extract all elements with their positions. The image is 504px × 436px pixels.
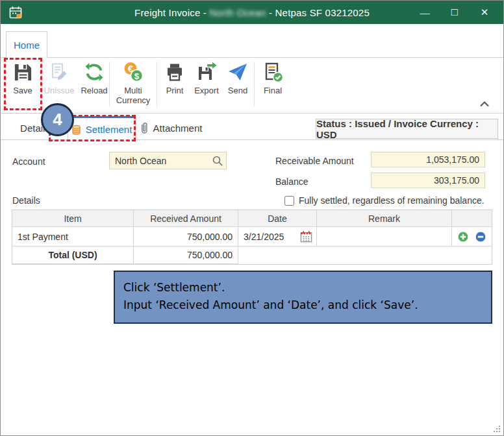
remark-cell[interactable]	[317, 227, 452, 247]
export-icon	[196, 60, 217, 84]
ribbon-separator	[157, 62, 157, 107]
receivable-amount-label: Receivable Amount	[275, 156, 354, 166]
minimize-button[interactable]: —	[410, 1, 440, 24]
maximize-button[interactable]: □	[440, 1, 470, 24]
instruction-annotation: Click ‘Settlement’. Input ‘Received Amou…	[114, 271, 492, 324]
details-section-label: Details	[12, 195, 40, 206]
column-header-item: Item	[12, 210, 134, 227]
column-header-actions	[452, 210, 492, 227]
table-total-row: Total (USD) 750,000.00	[12, 247, 492, 264]
total-empty-cell	[238, 247, 492, 264]
print-icon	[164, 60, 185, 84]
search-icon[interactable]	[212, 155, 223, 167]
item-cell[interactable]: 1st Payment	[12, 227, 134, 247]
balance-input[interactable]	[372, 173, 485, 188]
total-label-cell: Total (USD)	[12, 247, 134, 264]
remove-row-icon[interactable]	[475, 231, 486, 243]
resize-grip[interactable]	[492, 424, 501, 433]
print-button[interactable]: Print	[159, 60, 190, 111]
date-cell[interactable]: 3/21/2025	[238, 227, 317, 247]
receivable-amount-input[interactable]	[372, 152, 485, 167]
multi-currency-button[interactable]: € $ Multi Currency	[112, 60, 155, 111]
add-row-icon[interactable]	[457, 231, 469, 243]
step-number-badge: 4	[41, 103, 74, 136]
settlement-table: Item Received Amount Date Remark 1st Pay…	[12, 210, 492, 265]
tab-attachment[interactable]: Attachment	[137, 116, 203, 139]
total-value-cell: 750,000.00	[134, 247, 238, 264]
account-field	[109, 152, 227, 169]
balance-label: Balance	[275, 176, 309, 187]
paperclip-icon	[138, 121, 149, 135]
ribbon-separator	[254, 62, 255, 107]
account-label: Account	[12, 156, 45, 167]
column-header-received-amount: Received Amount	[134, 210, 238, 227]
ribbon: Save Unissue Reload	[1, 57, 503, 114]
ribbon-tab-home[interactable]: Home	[6, 31, 47, 58]
fully-settled-checkbox[interactable]	[284, 196, 294, 206]
final-icon	[262, 60, 284, 84]
table-header-row: Item Received Amount Date Remark	[12, 210, 492, 227]
freight-invoice-window: Freight Invoice - North Ocean - Netpas S…	[0, 0, 504, 436]
final-button[interactable]: Final	[257, 60, 289, 111]
tab-settlement[interactable]: Settlement	[68, 116, 136, 141]
fully-settled-label: Fully settled, regardless of remaining b…	[299, 195, 485, 206]
status-badge: Status : Issued / Invoice Currency : USD	[316, 119, 498, 139]
annotation-line-2: Input ‘Received Amount’ and ‘Date’, and …	[123, 297, 491, 314]
balance-field	[371, 173, 485, 188]
collapse-ribbon-chevron-icon[interactable]	[479, 99, 492, 110]
reload-icon	[84, 60, 105, 84]
table-row: 1st Payment 750,000.00 3/21/2025	[12, 227, 492, 247]
column-header-remark: Remark	[317, 210, 452, 227]
annotation-line-1: Click ‘Settlement’.	[123, 279, 491, 297]
receivable-amount-field	[371, 152, 485, 167]
redacted-account-name: North Ocean	[209, 7, 266, 18]
send-icon	[227, 60, 248, 84]
multi-currency-icon: € $	[123, 60, 144, 84]
column-header-date: Date	[238, 210, 317, 227]
close-button[interactable]: ✕	[470, 1, 499, 24]
export-button[interactable]: Export	[190, 60, 223, 111]
title-bar: Freight Invoice - North Ocean - Netpas S…	[1, 1, 503, 24]
calendar-picker-icon[interactable]	[299, 230, 313, 243]
save-button[interactable]: Save	[6, 60, 40, 111]
reload-button[interactable]: Reload	[77, 60, 111, 111]
account-input[interactable]	[110, 152, 226, 169]
save-icon	[12, 60, 34, 84]
unissue-icon	[49, 60, 69, 84]
ribbon-separator	[109, 62, 110, 107]
svg-text:$: $	[134, 71, 140, 81]
send-button[interactable]: Send	[223, 60, 253, 111]
row-actions-cell	[452, 227, 492, 247]
received-amount-cell[interactable]: 750,000.00	[134, 227, 238, 247]
